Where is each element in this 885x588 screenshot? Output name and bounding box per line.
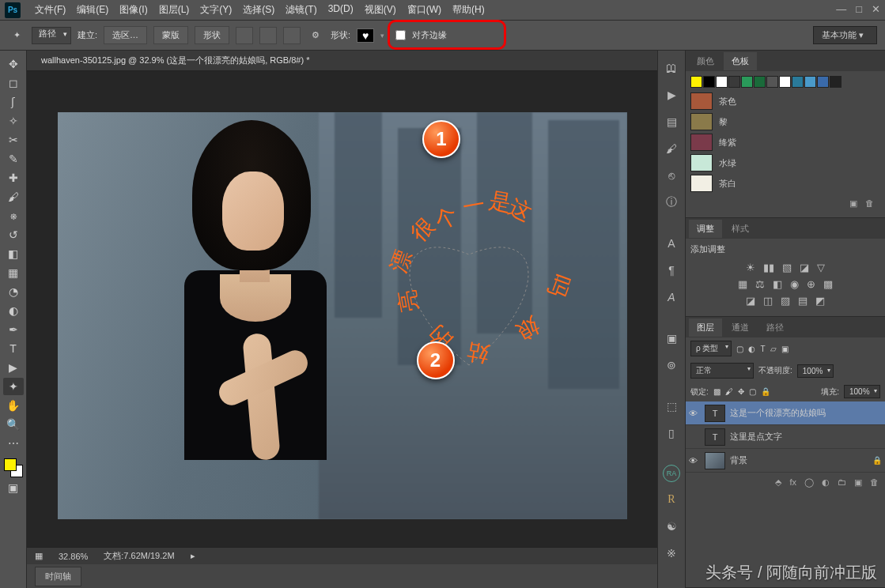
fire-icon[interactable]: ※: [662, 544, 681, 563]
filter-shape-icon[interactable]: ▱: [770, 345, 777, 353]
named-swatch[interactable]: 茶色: [690, 91, 880, 111]
glyphs-panel-icon[interactable]: A: [662, 288, 681, 307]
menu-edit[interactable]: 编辑(E): [72, 1, 113, 19]
menu-image[interactable]: 图像(I): [115, 1, 152, 19]
photo-filter-icon[interactable]: ◉: [790, 278, 799, 290]
paragraph-panel-icon[interactable]: ¶: [662, 261, 681, 280]
lock-transparent-icon[interactable]: ▩: [713, 387, 720, 396]
menu-select[interactable]: 选择(S): [238, 1, 279, 19]
tool-mode-select[interactable]: 路径: [32, 27, 71, 44]
tab-channels[interactable]: 通道: [724, 318, 757, 337]
history-panel-icon[interactable]: 🕮: [662, 58, 681, 77]
layer-row[interactable]: 👁背景🔒: [686, 449, 885, 473]
path-align-icon[interactable]: [259, 27, 277, 44]
zoom-tool[interactable]: 🔍: [3, 416, 24, 433]
lookup-icon[interactable]: ▩: [823, 278, 833, 290]
swatch[interactable]: [817, 76, 829, 88]
layer-filter-select[interactable]: ρ 类型: [690, 341, 732, 356]
make-shape-button[interactable]: 形状: [195, 26, 229, 44]
swatch[interactable]: [792, 76, 804, 88]
menu-type[interactable]: 文字(Y): [195, 1, 236, 19]
minimize-icon[interactable]: —: [836, 3, 846, 15]
named-swatch[interactable]: 茶白: [690, 173, 880, 194]
tab-color[interactable]: 颜色: [689, 52, 722, 70]
3d-panel-icon[interactable]: ⬚: [662, 397, 681, 416]
swatch[interactable]: [754, 76, 766, 88]
edit-toolbar[interactable]: ⋯: [3, 435, 24, 452]
zoom-value[interactable]: 32.86%: [59, 552, 88, 561]
make-selection-button[interactable]: 选区…: [104, 26, 147, 44]
tab-styles[interactable]: 样式: [724, 220, 757, 238]
eraser-tool[interactable]: ◧: [3, 245, 24, 262]
custom-shape-tool[interactable]: ✦: [3, 378, 24, 395]
gradient-tool[interactable]: ▦: [3, 264, 24, 281]
tab-swatches[interactable]: 色板: [724, 52, 757, 70]
status-grid-icon[interactable]: ▦: [35, 551, 43, 561]
swatch[interactable]: [766, 76, 778, 88]
align-edges-checkbox[interactable]: [395, 30, 406, 40]
yin-yang-icon[interactable]: ☯: [662, 517, 681, 536]
brightness-icon[interactable]: ☀: [746, 262, 755, 273]
curves-icon[interactable]: ▧: [782, 262, 792, 273]
lasso-tool[interactable]: ʃ: [3, 93, 24, 111]
blur-tool[interactable]: ◔: [3, 283, 24, 300]
swatch[interactable]: [690, 76, 702, 88]
link-layers-icon[interactable]: ⬘: [775, 477, 781, 488]
new-swatch-icon[interactable]: ▣: [849, 198, 857, 209]
navigator-panel-icon[interactable]: ▣: [662, 329, 681, 348]
doc-info[interactable]: 文档:7.62M/19.2M: [104, 550, 174, 562]
swatch[interactable]: [728, 76, 740, 88]
group-icon[interactable]: 🗀: [838, 477, 846, 487]
swatch[interactable]: [830, 76, 842, 88]
layer-thumb[interactable]: T: [705, 405, 725, 422]
menu-window[interactable]: 窗口(W): [403, 1, 446, 19]
path-op-icon[interactable]: [236, 27, 253, 44]
type-tool[interactable]: T: [3, 340, 24, 357]
adjustment-layer-icon[interactable]: ◐: [822, 477, 830, 488]
named-swatch[interactable]: 水绿: [690, 153, 880, 173]
character-panel-icon[interactable]: A: [662, 234, 681, 253]
delete-swatch-icon[interactable]: 🗑: [865, 198, 874, 208]
color-swatches[interactable]: [4, 458, 23, 477]
menu-file[interactable]: 文件(F): [30, 1, 70, 19]
layer-thumb[interactable]: [705, 452, 725, 469]
maximize-icon[interactable]: □: [856, 3, 862, 15]
histogram-panel-icon[interactable]: ⊚: [662, 356, 681, 375]
document-canvas[interactable]: 这 是 一 个 很 漂 亮 的 姑 娘 吗 2: [58, 112, 627, 519]
lock-all-icon[interactable]: 🔒: [761, 387, 770, 396]
pen-tool[interactable]: ✒: [3, 321, 24, 338]
threshold-icon[interactable]: ▨: [781, 295, 790, 307]
named-swatch[interactable]: 黎: [690, 111, 880, 132]
new-layer-icon[interactable]: ▣: [854, 477, 862, 488]
mask-icon[interactable]: ◯: [804, 477, 814, 488]
vibrance-icon[interactable]: ▽: [817, 262, 825, 273]
dodge-tool[interactable]: ◐: [3, 302, 24, 319]
path-arrange-icon[interactable]: [283, 27, 301, 44]
menu-3d[interactable]: 3D(D): [323, 1, 358, 19]
swatch[interactable]: [716, 76, 728, 88]
shape-picker-heart[interactable]: ♥: [357, 28, 374, 43]
path-select-tool[interactable]: ▶: [3, 359, 24, 376]
stamp-tool[interactable]: ⎈: [3, 207, 24, 224]
mixer-icon[interactable]: ⊕: [807, 278, 815, 290]
blend-mode-select[interactable]: 正常: [690, 363, 754, 379]
timeline-button[interactable]: 时间轴: [35, 567, 81, 586]
doc-info-chevron-icon[interactable]: ▸: [191, 551, 195, 561]
balance-icon[interactable]: ⚖: [755, 278, 765, 290]
marquee-tool[interactable]: ◻: [3, 74, 24, 92]
fill-input[interactable]: 100%: [844, 385, 880, 398]
levels-icon[interactable]: ▮▮: [763, 262, 774, 273]
lock-artboard-icon[interactable]: ▢: [749, 387, 756, 396]
document-tab[interactable]: wallhaven-350125.jpg @ 32.9% (这是一个很漂亮的姑娘…: [35, 51, 316, 70]
swatch[interactable]: [741, 76, 753, 88]
ra-badge-icon[interactable]: RA: [663, 465, 680, 482]
hue-icon[interactable]: ▦: [738, 278, 747, 290]
fx-icon[interactable]: fx: [789, 477, 796, 487]
properties-panel-icon[interactable]: ▤: [662, 112, 681, 131]
tab-adjustments[interactable]: 调整: [689, 220, 722, 238]
menu-filter[interactable]: 滤镜(T): [281, 1, 321, 19]
canvas-viewport[interactable]: 这 是 一 个 很 漂 亮 的 姑 娘 吗 2: [43, 82, 641, 548]
tab-layers[interactable]: 图层: [689, 318, 722, 337]
eyedropper-tool[interactable]: ✎: [3, 150, 24, 168]
make-mask-button[interactable]: 蒙版: [153, 26, 188, 44]
